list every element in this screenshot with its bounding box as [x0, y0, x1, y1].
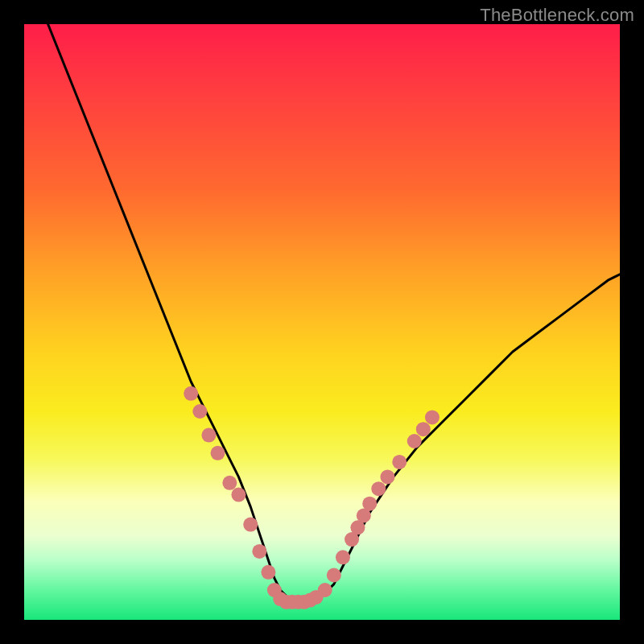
chart-frame: TheBottleneck.com	[0, 0, 644, 644]
svg-point-19	[336, 550, 350, 564]
svg-point-2	[201, 428, 216, 443]
svg-point-1	[192, 404, 207, 419]
svg-point-5	[231, 488, 246, 502]
plot-area	[24, 24, 620, 620]
watermark-text: TheBottleneck.com	[480, 5, 634, 26]
svg-point-24	[371, 481, 386, 496]
svg-point-0	[184, 386, 198, 401]
svg-point-28	[416, 422, 431, 436]
chart-svg	[24, 24, 620, 620]
svg-point-23	[362, 497, 377, 511]
svg-point-4	[222, 476, 237, 490]
svg-point-18	[327, 568, 341, 583]
curve-markers	[184, 386, 440, 609]
svg-point-17	[318, 583, 332, 597]
svg-point-6	[243, 518, 258, 532]
curve-line	[48, 24, 620, 602]
svg-point-27	[407, 434, 422, 448]
svg-point-8	[261, 565, 275, 580]
svg-point-26	[392, 455, 407, 469]
svg-point-29	[425, 410, 440, 424]
svg-point-7	[252, 544, 266, 559]
svg-point-3	[211, 446, 225, 460]
svg-point-25	[380, 469, 394, 484]
